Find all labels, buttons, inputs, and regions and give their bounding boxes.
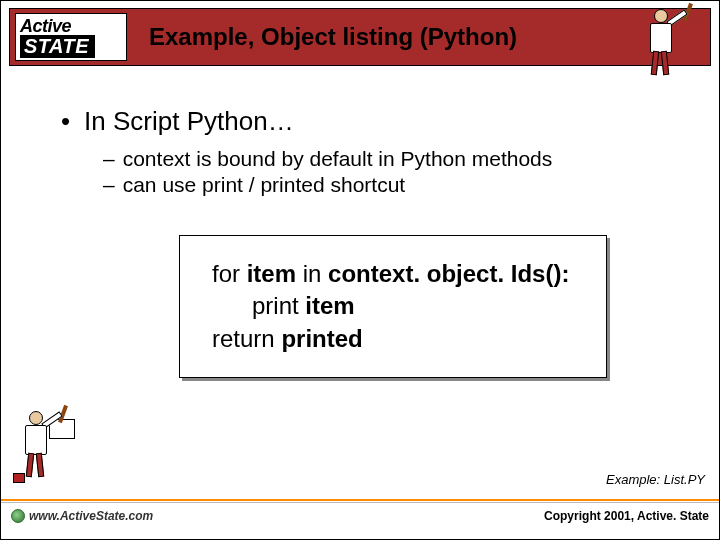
keyword: in <box>303 260 322 287</box>
activestate-logo: Active STATE <box>15 13 127 61</box>
code-box: for item in context. object. Ids(): prin… <box>179 235 607 378</box>
slide-title: Example, Object listing (Python) <box>149 23 517 51</box>
divider-orange <box>1 499 719 501</box>
globe-icon <box>11 509 25 523</box>
dash-icon: – <box>103 173 115 197</box>
code-line: print item <box>212 290 586 322</box>
logo-line1: Active <box>20 17 126 35</box>
code-line: for item in context. object. Ids(): <box>212 258 586 290</box>
slide-footer: www.ActiveState.com Copyright 2001, Acti… <box>1 499 719 539</box>
footer-url-text: www.ActiveState.com <box>29 509 153 523</box>
slide-content: • In Script Python… – context is bound b… <box>1 66 719 378</box>
sub-bullet: – can use print / printed shortcut <box>103 173 679 197</box>
identifier: item <box>305 292 354 319</box>
keyword: return <box>212 325 275 352</box>
copyright: Copyright 2001, Active. State <box>544 509 709 523</box>
bullet-dot: • <box>61 108 70 134</box>
sub-bullet-list: – context is bound by default in Python … <box>103 147 679 197</box>
painter-icon <box>642 5 698 81</box>
identifier: item <box>247 260 296 287</box>
bullet-text: In Script Python… <box>84 106 294 137</box>
dash-icon: – <box>103 147 115 171</box>
code-line: return printed <box>212 323 586 355</box>
slide-header: Active STATE Example, Object listing (Py… <box>9 8 711 66</box>
keyword: print <box>252 292 299 319</box>
bullet-main: • In Script Python… <box>61 106 679 137</box>
sub-bullet-text: context is bound by default in Python me… <box>123 147 553 171</box>
sub-bullet: – context is bound by default in Python … <box>103 147 679 171</box>
painter-icon <box>17 407 73 483</box>
footer-url: www.ActiveState.com <box>11 509 153 523</box>
sub-bullet-text: can use print / printed shortcut <box>123 173 406 197</box>
identifier: printed <box>281 325 362 352</box>
example-note: Example: List.PY <box>606 472 705 487</box>
logo-line2: STATE <box>20 35 95 58</box>
identifier: context. object. Ids(): <box>328 260 569 287</box>
keyword: for <box>212 260 240 287</box>
